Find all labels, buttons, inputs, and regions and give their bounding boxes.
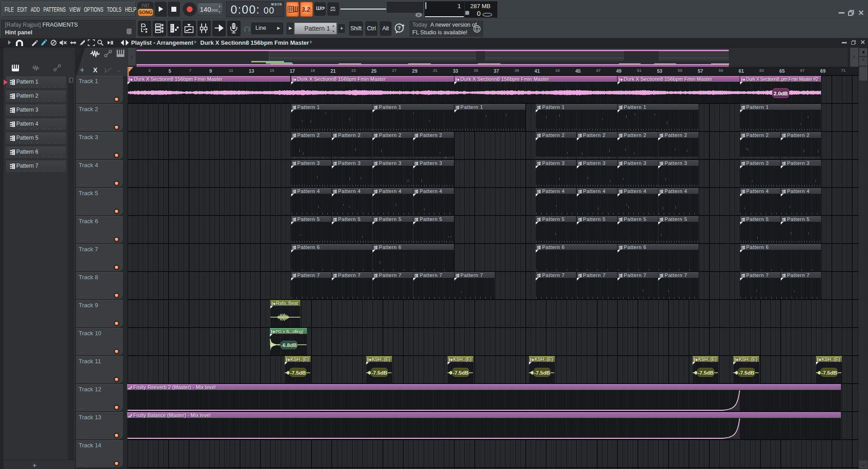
svg-text:?: ? bbox=[398, 25, 401, 31]
